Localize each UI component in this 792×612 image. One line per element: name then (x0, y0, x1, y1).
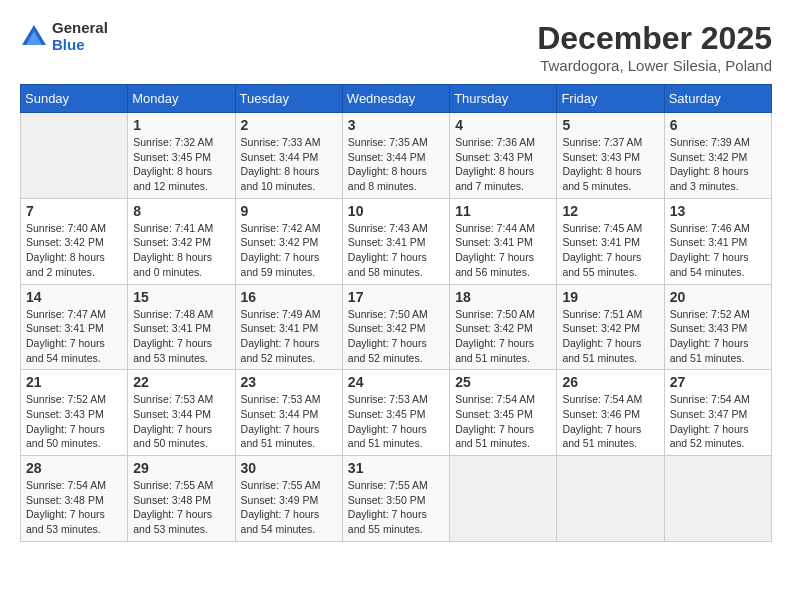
calendar-cell: 14Sunrise: 7:47 AM Sunset: 3:41 PM Dayli… (21, 284, 128, 370)
calendar-cell (21, 113, 128, 199)
logo-general: General (52, 20, 108, 37)
day-number: 25 (455, 374, 551, 390)
day-info: Sunrise: 7:48 AM Sunset: 3:41 PM Dayligh… (133, 307, 229, 366)
day-info: Sunrise: 7:53 AM Sunset: 3:45 PM Dayligh… (348, 392, 444, 451)
day-info: Sunrise: 7:54 AM Sunset: 3:48 PM Dayligh… (26, 478, 122, 537)
day-number: 27 (670, 374, 766, 390)
day-number: 1 (133, 117, 229, 133)
day-info: Sunrise: 7:41 AM Sunset: 3:42 PM Dayligh… (133, 221, 229, 280)
day-info: Sunrise: 7:46 AM Sunset: 3:41 PM Dayligh… (670, 221, 766, 280)
day-info: Sunrise: 7:50 AM Sunset: 3:42 PM Dayligh… (455, 307, 551, 366)
calendar-cell: 24Sunrise: 7:53 AM Sunset: 3:45 PM Dayli… (342, 370, 449, 456)
day-info: Sunrise: 7:52 AM Sunset: 3:43 PM Dayligh… (670, 307, 766, 366)
day-number: 17 (348, 289, 444, 305)
day-number: 18 (455, 289, 551, 305)
day-number: 2 (241, 117, 337, 133)
calendar-cell: 27Sunrise: 7:54 AM Sunset: 3:47 PM Dayli… (664, 370, 771, 456)
calendar-cell (557, 456, 664, 542)
calendar-body: 1Sunrise: 7:32 AM Sunset: 3:45 PM Daylig… (21, 113, 772, 542)
day-info: Sunrise: 7:53 AM Sunset: 3:44 PM Dayligh… (241, 392, 337, 451)
day-number: 7 (26, 203, 122, 219)
header-cell-friday: Friday (557, 85, 664, 113)
day-number: 4 (455, 117, 551, 133)
calendar-cell: 25Sunrise: 7:54 AM Sunset: 3:45 PM Dayli… (450, 370, 557, 456)
logo: General Blue (20, 20, 108, 53)
calendar-week-0: 1Sunrise: 7:32 AM Sunset: 3:45 PM Daylig… (21, 113, 772, 199)
calendar-cell: 5Sunrise: 7:37 AM Sunset: 3:43 PM Daylig… (557, 113, 664, 199)
calendar-cell: 17Sunrise: 7:50 AM Sunset: 3:42 PM Dayli… (342, 284, 449, 370)
calendar-cell: 10Sunrise: 7:43 AM Sunset: 3:41 PM Dayli… (342, 198, 449, 284)
day-number: 16 (241, 289, 337, 305)
day-info: Sunrise: 7:39 AM Sunset: 3:42 PM Dayligh… (670, 135, 766, 194)
calendar-cell: 18Sunrise: 7:50 AM Sunset: 3:42 PM Dayli… (450, 284, 557, 370)
header-cell-monday: Monday (128, 85, 235, 113)
day-number: 3 (348, 117, 444, 133)
calendar-cell: 16Sunrise: 7:49 AM Sunset: 3:41 PM Dayli… (235, 284, 342, 370)
calendar-cell: 6Sunrise: 7:39 AM Sunset: 3:42 PM Daylig… (664, 113, 771, 199)
day-info: Sunrise: 7:44 AM Sunset: 3:41 PM Dayligh… (455, 221, 551, 280)
location: Twardogora, Lower Silesia, Poland (537, 57, 772, 74)
day-info: Sunrise: 7:42 AM Sunset: 3:42 PM Dayligh… (241, 221, 337, 280)
header-cell-saturday: Saturday (664, 85, 771, 113)
day-info: Sunrise: 7:55 AM Sunset: 3:49 PM Dayligh… (241, 478, 337, 537)
header-cell-sunday: Sunday (21, 85, 128, 113)
day-info: Sunrise: 7:43 AM Sunset: 3:41 PM Dayligh… (348, 221, 444, 280)
day-info: Sunrise: 7:54 AM Sunset: 3:46 PM Dayligh… (562, 392, 658, 451)
day-number: 22 (133, 374, 229, 390)
day-info: Sunrise: 7:51 AM Sunset: 3:42 PM Dayligh… (562, 307, 658, 366)
calendar-cell: 30Sunrise: 7:55 AM Sunset: 3:49 PM Dayli… (235, 456, 342, 542)
day-info: Sunrise: 7:54 AM Sunset: 3:47 PM Dayligh… (670, 392, 766, 451)
day-number: 23 (241, 374, 337, 390)
calendar-cell: 29Sunrise: 7:55 AM Sunset: 3:48 PM Dayli… (128, 456, 235, 542)
calendar-cell: 20Sunrise: 7:52 AM Sunset: 3:43 PM Dayli… (664, 284, 771, 370)
title-block: December 2025 Twardogora, Lower Silesia,… (537, 20, 772, 74)
calendar-cell: 23Sunrise: 7:53 AM Sunset: 3:44 PM Dayli… (235, 370, 342, 456)
calendar-cell: 31Sunrise: 7:55 AM Sunset: 3:50 PM Dayli… (342, 456, 449, 542)
calendar-cell: 13Sunrise: 7:46 AM Sunset: 3:41 PM Dayli… (664, 198, 771, 284)
logo-blue: Blue (52, 37, 108, 54)
logo-text: General Blue (52, 20, 108, 53)
calendar-cell: 19Sunrise: 7:51 AM Sunset: 3:42 PM Dayli… (557, 284, 664, 370)
calendar-header: SundayMondayTuesdayWednesdayThursdayFrid… (21, 85, 772, 113)
header-cell-thursday: Thursday (450, 85, 557, 113)
day-info: Sunrise: 7:40 AM Sunset: 3:42 PM Dayligh… (26, 221, 122, 280)
day-number: 8 (133, 203, 229, 219)
calendar-cell: 2Sunrise: 7:33 AM Sunset: 3:44 PM Daylig… (235, 113, 342, 199)
day-info: Sunrise: 7:32 AM Sunset: 3:45 PM Dayligh… (133, 135, 229, 194)
day-number: 15 (133, 289, 229, 305)
day-info: Sunrise: 7:49 AM Sunset: 3:41 PM Dayligh… (241, 307, 337, 366)
day-info: Sunrise: 7:33 AM Sunset: 3:44 PM Dayligh… (241, 135, 337, 194)
day-info: Sunrise: 7:52 AM Sunset: 3:43 PM Dayligh… (26, 392, 122, 451)
calendar-cell (450, 456, 557, 542)
calendar-week-2: 14Sunrise: 7:47 AM Sunset: 3:41 PM Dayli… (21, 284, 772, 370)
calendar-cell: 9Sunrise: 7:42 AM Sunset: 3:42 PM Daylig… (235, 198, 342, 284)
day-number: 5 (562, 117, 658, 133)
day-info: Sunrise: 7:37 AM Sunset: 3:43 PM Dayligh… (562, 135, 658, 194)
calendar-cell: 28Sunrise: 7:54 AM Sunset: 3:48 PM Dayli… (21, 456, 128, 542)
calendar-cell: 4Sunrise: 7:36 AM Sunset: 3:43 PM Daylig… (450, 113, 557, 199)
calendar-cell: 15Sunrise: 7:48 AM Sunset: 3:41 PM Dayli… (128, 284, 235, 370)
day-number: 28 (26, 460, 122, 476)
day-number: 29 (133, 460, 229, 476)
day-info: Sunrise: 7:55 AM Sunset: 3:48 PM Dayligh… (133, 478, 229, 537)
calendar-week-3: 21Sunrise: 7:52 AM Sunset: 3:43 PM Dayli… (21, 370, 772, 456)
calendar-cell: 21Sunrise: 7:52 AM Sunset: 3:43 PM Dayli… (21, 370, 128, 456)
day-number: 30 (241, 460, 337, 476)
header-cell-tuesday: Tuesday (235, 85, 342, 113)
day-info: Sunrise: 7:54 AM Sunset: 3:45 PM Dayligh… (455, 392, 551, 451)
day-number: 31 (348, 460, 444, 476)
day-info: Sunrise: 7:55 AM Sunset: 3:50 PM Dayligh… (348, 478, 444, 537)
day-info: Sunrise: 7:36 AM Sunset: 3:43 PM Dayligh… (455, 135, 551, 194)
day-info: Sunrise: 7:53 AM Sunset: 3:44 PM Dayligh… (133, 392, 229, 451)
day-number: 6 (670, 117, 766, 133)
day-number: 20 (670, 289, 766, 305)
calendar-cell: 12Sunrise: 7:45 AM Sunset: 3:41 PM Dayli… (557, 198, 664, 284)
day-number: 26 (562, 374, 658, 390)
month-title: December 2025 (537, 20, 772, 57)
calendar: SundayMondayTuesdayWednesdayThursdayFrid… (20, 84, 772, 542)
day-info: Sunrise: 7:45 AM Sunset: 3:41 PM Dayligh… (562, 221, 658, 280)
calendar-cell: 7Sunrise: 7:40 AM Sunset: 3:42 PM Daylig… (21, 198, 128, 284)
day-number: 12 (562, 203, 658, 219)
header-cell-wednesday: Wednesday (342, 85, 449, 113)
calendar-cell: 8Sunrise: 7:41 AM Sunset: 3:42 PM Daylig… (128, 198, 235, 284)
